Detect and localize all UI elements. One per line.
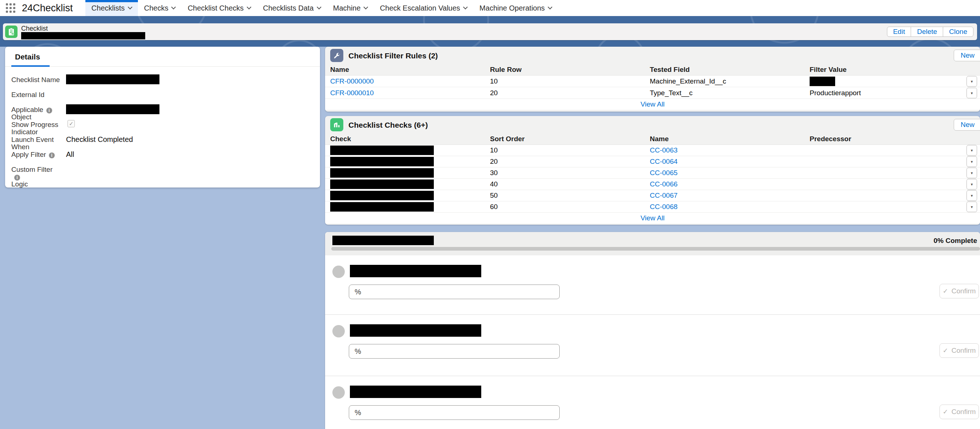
nav-tab-checklists[interactable]: Checklists [85, 0, 138, 16]
tab-details[interactable]: Details [11, 52, 49, 67]
checklist-checks-view-all-link[interactable]: View All [640, 214, 664, 222]
chevron-down-icon [463, 5, 468, 10]
detail-field-label-line: Indicator [11, 129, 60, 136]
record-link[interactable]: CC-0068 [650, 203, 810, 211]
nav-tab-label: Checklist Checks [188, 4, 243, 13]
record-link[interactable]: CC-0066 [650, 180, 810, 188]
record-link[interactable]: CC-0067 [650, 192, 810, 200]
progress-bar-track [331, 247, 980, 251]
detail-field-value: All [66, 151, 74, 159]
detail-field-show-progress-indicator: Show ProgressIndicator [11, 121, 320, 136]
percentage-input[interactable] [349, 405, 560, 420]
row-actions-dropdown-button[interactable]: ▾ [967, 156, 977, 167]
delete-button[interactable]: Delete [911, 27, 943, 37]
column-header-name: Name [650, 135, 810, 143]
show-progress-checkbox[interactable] [67, 120, 75, 127]
record-header: Checklist EditDeleteClone [3, 23, 977, 40]
redacted-value [330, 168, 434, 178]
nav-tab-checks[interactable]: Checks [138, 0, 182, 16]
checklist-record-icon [5, 25, 18, 38]
detail-field-label-line: Launch Event [11, 136, 60, 143]
filter-rules-panel: Checklist Filter Rules (2) New NameRule … [325, 47, 980, 112]
cell-wrap [330, 146, 490, 155]
item-status-circle [332, 325, 345, 337]
column-header-name: Name [330, 66, 490, 74]
detail-field-label: Launch EventWhen [11, 136, 60, 151]
filter-rules-view-all-link[interactable]: View All [640, 100, 664, 108]
row-actions-dropdown-button[interactable]: ▾ [967, 76, 977, 86]
detail-field-label-line: Applicablei [11, 106, 60, 113]
new-filter-rule-button[interactable]: New [954, 49, 980, 61]
cell-wrap [330, 168, 490, 178]
detail-field-value [66, 106, 159, 114]
row-actions-dropdown-button[interactable]: ▾ [967, 168, 977, 178]
detail-field-label-line: When [11, 143, 60, 151]
row-actions-dropdown-button[interactable]: ▾ [967, 202, 977, 212]
column-header-predecessor: Predecessor [810, 135, 980, 143]
wrench-icon [330, 49, 343, 62]
nav-tab-label: Machine [333, 4, 361, 13]
detail-field-label-line: Show Progress [11, 121, 60, 129]
cell-text: 10 [490, 146, 650, 154]
row-actions-dropdown-button[interactable]: ▾ [967, 145, 977, 156]
row-actions-dropdown-button[interactable]: ▾ [967, 87, 977, 98]
record-link[interactable]: CC-0063 [650, 146, 810, 154]
cell-wrap [330, 191, 490, 200]
detail-field-applicable-object: ApplicableiObject [11, 106, 320, 121]
checklist-item-2: ✓Confirm [325, 315, 980, 376]
table-row: 30CC-0065▾ [325, 167, 980, 179]
row-actions-dropdown-button[interactable]: ▾ [967, 191, 977, 201]
percentage-input[interactable] [349, 344, 560, 359]
percentage-input[interactable] [349, 284, 560, 299]
nav-tab-checklist-checks[interactable]: Checklist Checks [181, 0, 256, 16]
edit-button[interactable]: Edit [887, 27, 912, 37]
detail-field-external-id: External Id [11, 91, 320, 106]
item-title-redacted [350, 324, 481, 337]
record-link[interactable]: CFR-0000000 [330, 77, 490, 85]
check-icon: ✓ [943, 287, 948, 295]
record-link[interactable]: CC-0065 [650, 169, 810, 177]
column-header-filter-value: Filter Value [810, 66, 980, 74]
nav-tab-check-escalation-values[interactable]: Check Escalation Values [374, 0, 473, 16]
confirm-button[interactable]: ✓Confirm [940, 343, 979, 358]
redacted-value [66, 104, 159, 114]
cell-text: 20 [490, 89, 650, 97]
new-checklist-check-button[interactable]: New [954, 119, 980, 130]
nav-tab-label: Machine Operations [479, 4, 545, 13]
detail-field-label: ApplicableiObject [11, 106, 60, 121]
clone-button[interactable]: Clone [943, 27, 974, 37]
app-launcher-waffle-icon[interactable] [6, 3, 15, 13]
confirm-button[interactable]: ✓Confirm [940, 405, 979, 419]
cell-wrap [330, 157, 490, 166]
checklist-checks-panel: Checklist Checks (6+) New CheckSort Orde… [325, 116, 980, 225]
nav-tab-checklists-data[interactable]: Checklists Data [257, 0, 327, 16]
nav-tab-label: Check Escalation Values [380, 4, 460, 13]
checklist-checks-rows: 10CC-0063▾20CC-0064▾30CC-0065▾40CC-0066▾… [325, 145, 980, 213]
detail-field-label-line: Logic [11, 181, 60, 188]
checklist-checks-view-all-row: View All [325, 213, 980, 224]
details-tabs: Details [5, 47, 320, 67]
row-actions-dropdown-button[interactable]: ▾ [967, 179, 977, 190]
table-row: 10CC-0063▾ [325, 145, 980, 156]
nav-tab-machine-operations[interactable]: Machine Operations [473, 0, 558, 16]
chevron-down-icon [247, 5, 251, 10]
detail-field-label: Show ProgressIndicator [11, 121, 60, 136]
detail-field-value: Checklist Completed [66, 136, 133, 144]
detail-field-label: Checklist Name [11, 76, 60, 84]
confirm-button[interactable]: ✓Confirm [940, 284, 979, 299]
record-link[interactable]: CFR-0000010 [330, 89, 490, 97]
detail-field-label-line: Object [11, 113, 60, 121]
cell-wrap [330, 202, 490, 211]
nav-tab-machine[interactable]: Machine [327, 0, 374, 16]
record-link[interactable]: CC-0064 [650, 157, 810, 165]
table-row: 50CC-0067▾ [325, 190, 980, 201]
cell-text: 20 [490, 157, 650, 165]
detail-field-label-line: Custom Filteri [11, 166, 60, 181]
redacted-value [330, 180, 434, 189]
detail-field-custom-filter-logic: Custom FilteriLogic [11, 166, 320, 181]
progress-complete-label: 0% Complete [934, 237, 977, 245]
chevron-down-icon [317, 5, 321, 10]
redacted-value [330, 146, 434, 155]
redacted-value [330, 191, 434, 200]
cell-text: 30 [490, 169, 650, 177]
